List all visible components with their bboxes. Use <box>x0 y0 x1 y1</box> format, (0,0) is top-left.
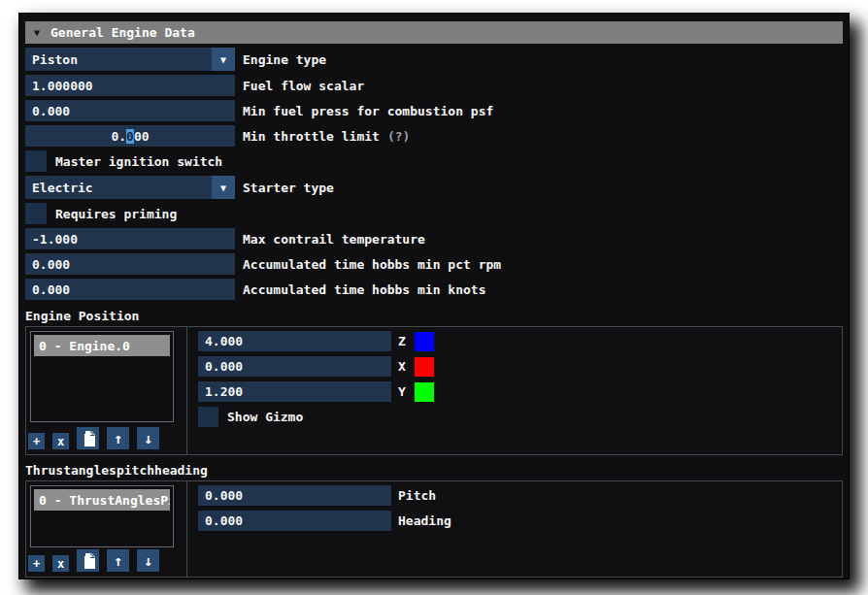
starter-type-label: Starter type <box>243 181 334 195</box>
pitch-label: Pitch <box>398 488 436 503</box>
row-pitch: 0.000 Pitch <box>198 485 436 506</box>
min-fuel-press-label: Min fuel press for combustion psf <box>243 104 493 118</box>
hobbs-knots-label: Accumulated time hobbs min knots <box>243 282 485 297</box>
heading-value: 0.000 <box>205 513 243 528</box>
thrust-angles-listbox[interactable]: 0 - ThrustAnglesPit <box>30 485 174 547</box>
fuel-flow-scalar-input[interactable]: 1.000000 <box>25 75 235 96</box>
throttle-value-selected-char: 0 <box>126 129 134 144</box>
row-min-throttle-limit: 0.000 Min throttle limit (?) <box>25 125 843 147</box>
pitch-value: 0.000 <box>205 488 243 503</box>
min-throttle-limit-label: Min throttle limit <box>243 129 380 144</box>
starter-type-dropdown[interactable]: Electric ▼ <box>25 176 235 199</box>
move-up-button[interactable]: ↑ <box>107 549 129 572</box>
engine-position-section-title: Engine Position <box>25 309 843 323</box>
y-axis-color-swatch <box>415 382 434 402</box>
position-z-input[interactable]: 4.000 <box>198 331 391 351</box>
collapse-triangle-icon: ▼ <box>34 28 40 38</box>
section-header-title: General Engine Data <box>50 25 195 40</box>
master-ignition-label: Master ignition switch <box>55 154 222 169</box>
hobbs-pct-rpm-label: Accumulated time hobbs min pct rpm <box>243 257 501 272</box>
thrust-angles-section-title: Thrustanglespitchheading <box>25 463 843 478</box>
row-heading: 0.000 Heading <box>198 511 451 531</box>
engine-type-value: Piston <box>25 52 212 67</box>
show-gizmo-label: Show Gizmo <box>227 410 303 424</box>
thrust-angles-list-zone: 0 - ThrustAnglesPit + x ↑ ↓ <box>26 481 187 577</box>
hobbs-knots-input[interactable]: 0.000 <box>25 279 235 300</box>
min-throttle-help-hint[interactable]: (?) <box>387 129 410 144</box>
starter-type-value: Electric <box>25 181 212 195</box>
hobbs-pct-rpm-input[interactable]: 0.000 <box>25 253 235 275</box>
heading-input[interactable]: 0.000 <box>198 511 391 531</box>
row-engine-type: Piston ▼ Engine type <box>25 48 843 71</box>
min-fuel-press-input[interactable]: 0.000 <box>25 100 235 121</box>
engine-position-list-zone: 0 - Engine.0 + x ↑ ↓ <box>26 327 187 454</box>
row-min-fuel-press: 0.000 Min fuel press for combustion psf <box>25 100 843 121</box>
row-master-ignition: Master ignition switch <box>25 150 843 172</box>
position-y-value: 1.200 <box>205 384 243 399</box>
engine-position-toolbar: + x ↑ ↓ <box>28 427 159 449</box>
copy-item-button[interactable] <box>77 427 99 449</box>
max-contrail-label: Max contrail temperature <box>243 232 425 247</box>
min-throttle-limit-input[interactable]: 0.000 <box>25 125 235 147</box>
section-header-general-engine-data[interactable]: ▼ General Engine Data <box>25 21 843 44</box>
position-x-label: X <box>398 359 406 374</box>
throttle-value-pre: 0. <box>111 129 126 144</box>
row-hobbs-pct-rpm: 0.000 Accumulated time hobbs min pct rpm <box>25 253 843 275</box>
master-ignition-checkbox[interactable] <box>25 150 47 172</box>
list-item[interactable]: 0 - ThrustAnglesPit <box>34 489 170 511</box>
requires-priming-label: Requires priming <box>55 207 177 221</box>
fuel-flow-scalar-value: 1.000000 <box>32 79 93 93</box>
position-z-value: 4.000 <box>205 334 243 348</box>
pitch-input[interactable]: 0.000 <box>198 485 391 506</box>
row-show-gizmo: Show Gizmo <box>198 407 303 427</box>
add-item-button[interactable]: + <box>28 433 45 449</box>
max-contrail-input[interactable]: -1.000 <box>25 228 235 249</box>
copy-icon <box>82 553 95 569</box>
min-fuel-press-value: 0.000 <box>32 104 70 118</box>
row-hobbs-knots: 0.000 Accumulated time hobbs min knots <box>25 279 843 300</box>
row-fuel-flow-scalar: 1.000000 Fuel flow scalar <box>25 75 843 96</box>
copy-icon <box>82 431 95 446</box>
move-down-button[interactable]: ↓ <box>137 427 159 449</box>
delete-item-button[interactable]: x <box>52 433 69 449</box>
dropdown-arrow-icon[interactable]: ▼ <box>212 176 235 199</box>
row-position-z: 4.000 Z <box>198 331 434 351</box>
row-max-contrail: -1.000 Max contrail temperature <box>25 228 843 249</box>
move-down-button[interactable]: ↓ <box>137 549 159 572</box>
list-item[interactable]: 0 - Engine.0 <box>34 335 170 356</box>
position-y-label: Y <box>398 384 406 399</box>
copy-item-button[interactable] <box>77 549 99 572</box>
position-x-input[interactable]: 0.000 <box>198 356 391 377</box>
position-z-label: Z <box>398 334 406 348</box>
requires-priming-checkbox[interactable] <box>25 203 47 224</box>
engine-position-group: 0 - Engine.0 + x ↑ ↓ 4.000 Z 0.000 X <box>25 326 843 455</box>
x-axis-color-swatch <box>415 357 434 377</box>
add-item-button[interactable]: + <box>28 555 45 572</box>
position-y-input[interactable]: 1.200 <box>198 381 391 402</box>
move-up-button[interactable]: ↑ <box>107 427 129 449</box>
general-engine-data-panel: ▼ General Engine Data Piston ▼ Engine ty… <box>19 14 849 578</box>
row-requires-priming: Requires priming <box>25 203 843 224</box>
z-axis-color-swatch <box>415 332 434 351</box>
thrust-angles-toolbar: + x ↑ ↓ <box>28 549 159 572</box>
thrust-angles-group: 0 - ThrustAnglesPit + x ↑ ↓ 0.000 Pitch … <box>25 480 843 578</box>
engine-position-listbox[interactable]: 0 - Engine.0 <box>30 331 174 422</box>
dropdown-arrow-icon[interactable]: ▼ <box>212 48 235 71</box>
hobbs-knots-value: 0.000 <box>32 282 70 297</box>
delete-item-button[interactable]: x <box>52 555 69 572</box>
thrust-angles-fields: 0.000 Pitch 0.000 Heading <box>188 481 842 577</box>
hobbs-pct-rpm-value: 0.000 <box>32 257 70 272</box>
show-gizmo-checkbox[interactable] <box>198 407 218 427</box>
row-starter-type: Electric ▼ Starter type <box>25 176 843 199</box>
row-position-y: 1.200 Y <box>198 381 434 402</box>
row-position-x: 0.000 X <box>198 356 434 377</box>
engine-position-fields: 4.000 Z 0.000 X 1.200 Y Show Gizmo <box>188 327 842 454</box>
max-contrail-value: -1.000 <box>32 232 78 247</box>
fuel-flow-scalar-label: Fuel flow scalar <box>243 79 364 93</box>
throttle-value-post: 00 <box>134 129 150 144</box>
heading-label: Heading <box>398 513 451 528</box>
position-x-value: 0.000 <box>205 359 243 374</box>
engine-type-dropdown[interactable]: Piston ▼ <box>25 48 235 71</box>
engine-type-label: Engine type <box>243 52 326 67</box>
